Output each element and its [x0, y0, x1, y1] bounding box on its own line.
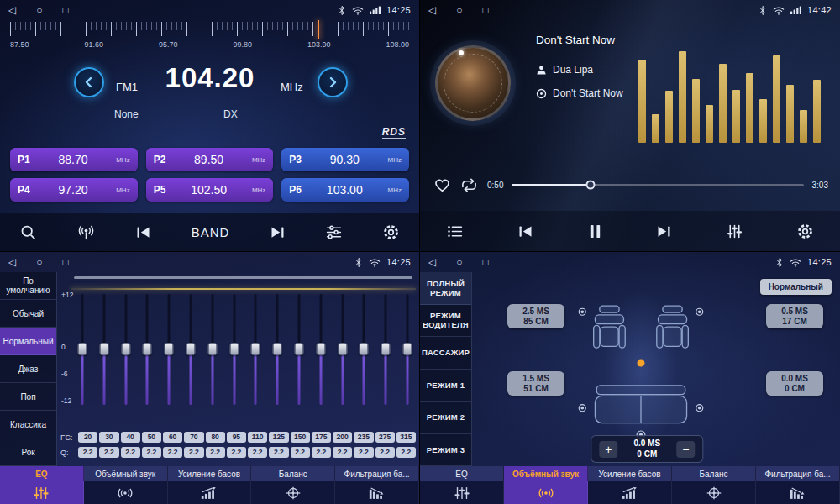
mode-full[interactable]: ПОЛНЫЙ РЕЖИМ: [420, 272, 471, 305]
delay-rear-right[interactable]: 0.0 MS 0 CM: [766, 371, 823, 396]
playlist-button[interactable]: [446, 223, 464, 239]
recents-icon[interactable]: □: [482, 252, 488, 272]
home-icon[interactable]: ○: [456, 252, 462, 272]
eq-band-handle[interactable]: [207, 343, 217, 355]
subwoofer-filter-icon[interactable]: [335, 481, 419, 504]
eq-band-slider[interactable]: [357, 294, 370, 405]
eq-band-handle[interactable]: [121, 343, 130, 355]
tab-surround[interactable]: Объёмный звук: [504, 466, 588, 481]
search-button[interactable]: [19, 223, 37, 241]
delay-minus-button[interactable]: −: [676, 441, 695, 458]
progress-knob[interactable]: [586, 181, 596, 190]
eq-band-slider[interactable]: [140, 294, 154, 405]
tab-filter[interactable]: Фильтрация ба...: [756, 466, 840, 481]
frequency-scale[interactable]: 87.50 91.60 95.70 99.80 103.90 108.00: [10, 22, 409, 62]
eq-band-slider[interactable]: [249, 294, 262, 405]
tab-surround[interactable]: Объёмный звук: [84, 466, 168, 481]
preset-rock[interactable]: Рок: [0, 438, 56, 466]
mode-2[interactable]: РЕЖИМ 2: [420, 402, 471, 434]
preset-button-p5[interactable]: P5 102.50 MHz: [146, 178, 274, 202]
preset-pop[interactable]: Поп: [0, 383, 56, 411]
eq-sliders-icon[interactable]: [0, 481, 84, 504]
eq-band-handle[interactable]: [99, 343, 108, 355]
preset-jazz[interactable]: Джаз: [0, 355, 56, 383]
tab-eq[interactable]: EQ: [0, 466, 84, 481]
tab-filter[interactable]: Фильтрация ба...: [335, 466, 419, 481]
back-icon[interactable]: ◁: [428, 0, 436, 20]
eq-scrollbar[interactable]: [74, 276, 412, 279]
eq-band-handle[interactable]: [186, 343, 195, 355]
eq-band-handle[interactable]: [381, 343, 391, 355]
mode-passenger[interactable]: ПАССАЖИР: [420, 337, 471, 370]
audio-settings-button[interactable]: [325, 224, 343, 240]
favorite-button[interactable]: [433, 177, 451, 193]
back-icon[interactable]: ◁: [8, 0, 16, 20]
eq-band-slider[interactable]: [314, 294, 328, 405]
eq-band-slider[interactable]: [336, 294, 349, 405]
eq-band-slider[interactable]: [119, 294, 133, 405]
settings-button[interactable]: [796, 223, 814, 240]
preset-button-p3[interactable]: P3 90.30 MHz: [281, 148, 409, 171]
surround-sound-icon[interactable]: [84, 481, 168, 504]
eq-band-handle[interactable]: [251, 343, 260, 355]
eq-band-handle[interactable]: [143, 343, 152, 355]
eq-band-slider[interactable]: [97, 294, 111, 405]
tab-balance[interactable]: Баланс: [672, 466, 756, 481]
back-icon[interactable]: ◁: [8, 252, 16, 272]
broadcast-button[interactable]: [76, 223, 96, 241]
eq-band-slider[interactable]: [228, 294, 241, 405]
mode-1[interactable]: РЕЖИМ 1: [420, 370, 471, 402]
eq-band-slider[interactable]: [379, 294, 392, 405]
balance-icon[interactable]: [251, 481, 335, 504]
preset-default[interactable]: По умолчанию: [0, 272, 56, 300]
eq-band-slider[interactable]: [162, 294, 176, 405]
tab-bass-boost[interactable]: Усиление басов: [168, 466, 252, 481]
recents-icon[interactable]: □: [482, 0, 488, 20]
settings-button[interactable]: [382, 223, 400, 241]
next-station-button[interactable]: [269, 224, 286, 240]
mode-driver[interactable]: РЕЖИМ ВОДИТЕЛЯ: [420, 305, 471, 338]
tab-bass-boost[interactable]: Усиление басов: [588, 466, 672, 481]
preset-button-p6[interactable]: P6 103.00 MHz: [281, 178, 409, 202]
recents-icon[interactable]: □: [62, 0, 68, 20]
eq-sliders-icon[interactable]: [420, 481, 504, 504]
surround-sound-icon[interactable]: [504, 481, 588, 504]
mode-3[interactable]: РЕЖИМ 3: [420, 434, 471, 467]
eq-band-handle[interactable]: [165, 343, 174, 355]
progress-slider[interactable]: [512, 184, 803, 186]
balance-icon[interactable]: [672, 481, 756, 504]
eq-band-handle[interactable]: [229, 343, 239, 355]
preset-button-p2[interactable]: P2 89.50 MHz: [146, 148, 274, 171]
eq-band-handle[interactable]: [294, 343, 303, 355]
eq-band-handle[interactable]: [78, 343, 87, 355]
eq-band-slider[interactable]: [76, 294, 89, 405]
delay-front-right[interactable]: 0.5 MS 17 CM: [766, 304, 823, 328]
pause-button[interactable]: [587, 223, 603, 239]
eq-band-handle[interactable]: [402, 343, 412, 355]
home-icon[interactable]: ○: [36, 0, 42, 20]
eq-band-slider[interactable]: [292, 294, 306, 405]
tab-eq[interactable]: EQ: [420, 466, 504, 481]
eq-band-handle[interactable]: [316, 343, 325, 355]
bass-boost-icon[interactable]: [168, 481, 252, 504]
tune-down-button[interactable]: [74, 67, 104, 97]
bass-boost-icon[interactable]: [588, 481, 672, 504]
eq-band-slider[interactable]: [184, 294, 197, 405]
recents-icon[interactable]: □: [62, 252, 68, 272]
tab-balance[interactable]: Баланс: [251, 466, 335, 481]
eq-band-slider[interactable]: [270, 294, 284, 405]
previous-track-button[interactable]: [517, 223, 534, 239]
eq-band-handle[interactable]: [360, 343, 369, 355]
delay-plus-button[interactable]: +: [599, 441, 617, 458]
preset-normal[interactable]: Нормальный: [0, 328, 56, 355]
eq-band-slider[interactable]: [401, 294, 414, 405]
delay-rear-left[interactable]: 1.5 MS 51 CM: [507, 371, 564, 396]
delay-front-left[interactable]: 2.5 MS 85 CM: [507, 304, 564, 328]
band-button[interactable]: BAND: [192, 225, 230, 239]
eq-band-handle[interactable]: [338, 343, 347, 355]
eq-band-handle[interactable]: [273, 343, 282, 355]
tune-up-button[interactable]: [318, 67, 348, 97]
profile-button[interactable]: Нормальный: [760, 279, 832, 295]
eq-band-slider[interactable]: [206, 294, 219, 405]
repeat-button[interactable]: [459, 177, 479, 193]
